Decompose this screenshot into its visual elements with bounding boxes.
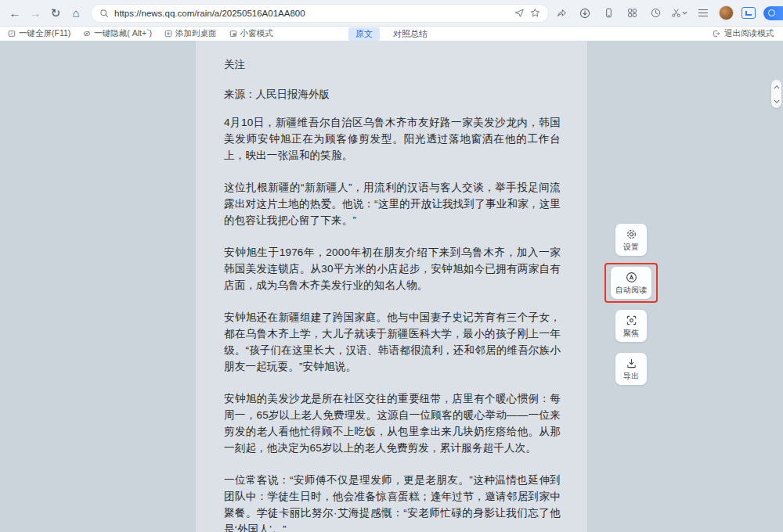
tab-compare-summary[interactable]: 对照总结 (386, 27, 435, 41)
export-label: 导出 (623, 371, 639, 382)
share-icon[interactable] (554, 4, 569, 23)
exit-reading-button[interactable]: 退出阅读模式 (713, 28, 774, 39)
auto-read-icon (626, 271, 637, 283)
article-paragraph: 安钟旭还在新疆组建了跨国家庭。他与中国妻子史记芳育有三个子女，都在乌鲁木齐上学，… (224, 309, 561, 375)
export-icon (626, 358, 637, 369)
focus-button[interactable]: 聚焦 (615, 310, 647, 342)
reading-area: 关注 来源：人民日报海外版 4月10日，新疆维吾尔自治区乌鲁木齐市友好路一家美发… (0, 41, 783, 532)
auto-read-label: 自动阅读 (615, 285, 647, 296)
back-button[interactable]: ← (5, 3, 25, 23)
search-icon (99, 9, 109, 18)
article-paragraph: 这位扎根新疆的“新新疆人”，用流利的汉语与客人交谈，举手投足间流露出对这片土地的… (224, 179, 561, 228)
follow-link[interactable]: 关注 (224, 58, 561, 72)
exit-reading-icon (713, 30, 720, 38)
settings-gear-icon (626, 228, 637, 240)
focus-icon (626, 315, 637, 326)
focus-label: 聚焦 (623, 328, 639, 339)
user-avatar[interactable] (719, 5, 734, 20)
forward-button[interactable]: → (25, 3, 45, 23)
tab-original[interactable]: 原文 (348, 27, 380, 41)
hide-eye-icon (83, 30, 91, 38)
apps-grid-icon[interactable] (624, 4, 640, 23)
export-button[interactable]: 导出 (615, 353, 647, 385)
article-source: 来源：人民日报海外版 (224, 88, 561, 102)
hide-label: 一键隐藏( Alt+`) (94, 28, 152, 39)
screenshot-scissors-icon[interactable] (671, 4, 687, 23)
scroll-down-button[interactable] (772, 97, 781, 105)
send-to-device-icon[interactable] (514, 8, 525, 18)
article-paragraph: 安钟旭的美发沙龙是所在社区交往的重要纽带，店里有个暖心惯例：每周一，65岁以上老… (224, 390, 561, 456)
small-window-icon (229, 30, 237, 38)
browser-action-icons (554, 4, 783, 23)
fullscreen-icon (8, 30, 16, 38)
settings-button[interactable]: 设置 (615, 224, 647, 256)
bookmark-star-icon[interactable] (530, 8, 540, 18)
chevron-down-icon (682, 11, 687, 15)
history-icon[interactable] (648, 4, 663, 23)
home-button[interactable]: ⌂ (66, 3, 86, 23)
add-to-desktop-button[interactable]: 添加到桌面 (164, 28, 217, 39)
reading-toolbar: 一键全屏(F11) 一键隐藏( Alt+`) 添加到桌面 小窗模式 原文 对照总… (0, 27, 783, 41)
exit-reading-label: 退出阅读模式 (724, 28, 774, 39)
article-content: 关注 来源：人民日报海外版 4月10日，新疆维吾尔自治区乌鲁木齐市友好路一家美发… (196, 41, 587, 532)
small-window-label: 小窗模式 (240, 28, 273, 39)
small-window-button[interactable]: 小窗模式 (229, 28, 273, 39)
article-paragraph: 4月10日，新疆维吾尔自治区乌鲁木齐市友好路一家美发沙龙内，韩国美发师安钟旭正在… (224, 114, 561, 164)
auto-read-button[interactable]: 自动阅读 (611, 267, 651, 299)
browser-chrome: ← → ↻ ⌂ https://news.qq.com/rain/a/20250… (0, 0, 783, 27)
toggle-status-icon (768, 9, 775, 16)
hide-button[interactable]: 一键隐藏( Alt+`) (83, 28, 152, 39)
article-paragraph: 一位常客说：“安师傅不仅是理发师，更是老朋友。”这种温情也延伸到团队中：学徒生日… (224, 472, 561, 532)
menu-icon[interactable] (695, 4, 711, 23)
reading-view-tabs: 原文 对照总结 (348, 27, 435, 41)
article-paragraph: 安钟旭生于1976年，2000年初在朋友介绍下来到乌鲁木齐，加入一家韩国美发连锁… (224, 244, 561, 293)
browser-toggle-switch[interactable] (763, 6, 783, 20)
reading-side-tools: 设置 自动阅读 聚焦 导出 (603, 224, 659, 396)
scroll-up-button[interactable] (772, 83, 781, 91)
settings-label: 设置 (623, 242, 639, 253)
fullscreen-label: 一键全屏(F11) (19, 28, 70, 39)
add-desktop-label: 添加到桌面 (175, 28, 217, 39)
reading-mode-badge-icon[interactable] (742, 7, 756, 19)
phone-icon[interactable] (601, 4, 616, 23)
add-desktop-icon (164, 30, 172, 38)
url-text[interactable]: https://news.qq.com/rain/a/20250516A01AA… (114, 9, 509, 18)
scroll-control (771, 80, 781, 108)
auto-read-wrapper: 自动阅读 (611, 267, 651, 299)
refresh-button[interactable]: ↻ (45, 3, 66, 23)
address-bar[interactable]: https://news.qq.com/rain/a/20250516A01AA… (91, 4, 549, 23)
fullscreen-button[interactable]: 一键全屏(F11) (8, 28, 70, 39)
download-icon[interactable] (577, 4, 593, 23)
